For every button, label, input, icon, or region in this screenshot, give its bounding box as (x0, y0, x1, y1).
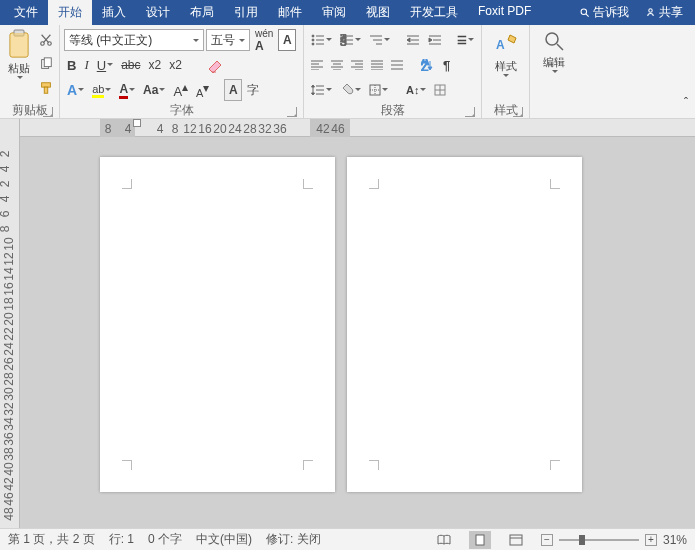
paste-button[interactable]: 粘贴 (4, 27, 34, 82)
svg-rect-5 (10, 33, 28, 57)
page-count[interactable]: 第 1 页，共 2 页 (8, 531, 95, 548)
menu-tab-9[interactable]: 开发工具 (400, 0, 468, 25)
zoom-in-button[interactable]: + (645, 534, 657, 546)
bullets-button[interactable] (308, 29, 335, 51)
asian-layout-button[interactable]: ☰ (454, 29, 477, 51)
menu-tab-6[interactable]: 邮件 (268, 0, 312, 25)
clipboard-launcher[interactable] (43, 107, 53, 117)
underline-button[interactable]: U (94, 54, 116, 76)
grow-font-button[interactable]: A▴ (170, 79, 191, 101)
svg-point-68 (546, 33, 558, 45)
tell-me[interactable]: 告诉我 (571, 0, 637, 25)
menu-tab-4[interactable]: 布局 (180, 0, 224, 25)
numbering-button[interactable]: 123 (337, 29, 364, 51)
menu-tab-2[interactable]: 插入 (92, 0, 136, 25)
svg-rect-12 (42, 83, 51, 87)
svg-text:A: A (496, 38, 505, 52)
vertical-ruler[interactable]: 2424681012141618202224262830323436384042… (0, 119, 20, 528)
svg-rect-71 (476, 535, 484, 545)
ribbon: 粘贴 剪贴板 等线 (中文正文) 五号 wénA A B I U abc x (0, 25, 695, 119)
read-mode-button[interactable] (433, 531, 455, 549)
change-case-button[interactable]: 字 (244, 79, 262, 101)
italic-button[interactable]: I (81, 54, 91, 76)
svg-point-2 (649, 9, 652, 12)
track-changes[interactable]: 修订: 关闭 (266, 531, 321, 548)
svg-point-14 (312, 35, 314, 37)
editing-button[interactable]: 编辑 (534, 27, 574, 76)
svg-point-18 (312, 43, 314, 45)
format-painter-button[interactable] (36, 77, 56, 99)
menu-tab-0[interactable]: 文件 (4, 0, 48, 25)
superscript-button[interactable]: x2 (166, 54, 185, 76)
enclose-char-button[interactable]: A (224, 79, 242, 101)
menu-tab-1[interactable]: 开始 (48, 0, 92, 25)
text-direction-button[interactable]: A↕ (403, 79, 429, 101)
font-color-button[interactable]: A (116, 79, 138, 101)
align-center-button[interactable] (328, 54, 346, 76)
clear-format-button[interactable] (203, 54, 227, 76)
menu-tab-10[interactable]: Foxit PDF (468, 0, 541, 25)
status-bar: 第 1 页，共 2 页 行: 1 0 个字 中文(中国) 修订: 关闭 − + … (0, 528, 695, 550)
page-2[interactable] (347, 157, 582, 492)
increase-indent-button[interactable] (425, 29, 445, 51)
menu-tab-5[interactable]: 引用 (224, 0, 268, 25)
subscript-button[interactable]: x2 (145, 54, 164, 76)
multilevel-button[interactable] (366, 29, 393, 51)
menu-tab-8[interactable]: 视图 (356, 0, 400, 25)
share[interactable]: 共享 (637, 0, 691, 25)
svg-rect-72 (510, 535, 522, 545)
shrink-font-button[interactable]: A▾ (193, 79, 212, 101)
collapse-ribbon-button[interactable]: ˆ (681, 92, 691, 114)
svg-text:Z: Z (421, 60, 428, 71)
copy-button[interactable] (36, 53, 56, 75)
font-size-select[interactable]: 五号 (206, 29, 250, 51)
borders-button[interactable] (366, 79, 391, 101)
menu-bar: 文件开始插入设计布局引用邮件审阅视图开发工具Foxit PDF 告诉我 共享 (0, 0, 695, 25)
font-launcher[interactable] (287, 107, 297, 117)
align-right-button[interactable] (348, 54, 366, 76)
align-justify-button[interactable] (368, 54, 386, 76)
distribute-button[interactable] (388, 54, 406, 76)
menu-tab-7[interactable]: 审阅 (312, 0, 356, 25)
strike-button[interactable]: abc (118, 54, 143, 76)
word-count[interactable]: 0 个字 (148, 531, 182, 548)
paragraph-launcher[interactable] (465, 107, 475, 117)
page-1[interactable] (100, 157, 335, 492)
svg-point-0 (581, 9, 587, 15)
font-name-select[interactable]: 等线 (中文正文) (64, 29, 204, 51)
web-layout-button[interactable] (505, 531, 527, 549)
zoom-out-button[interactable]: − (541, 534, 553, 546)
shading-button[interactable] (337, 79, 364, 101)
document-area[interactable] (20, 137, 695, 528)
indent-marker[interactable] (133, 119, 141, 127)
horizontal-ruler[interactable]: 8448121620242832364246 (20, 119, 695, 137)
menu-tab-3[interactable]: 设计 (136, 0, 180, 25)
decrease-indent-button[interactable] (403, 29, 423, 51)
text-effects-button[interactable]: A (64, 79, 87, 101)
line-spacing-button[interactable] (308, 79, 335, 101)
show-marks-button[interactable]: ¶ (440, 54, 453, 76)
language[interactable]: 中文(中国) (196, 531, 252, 548)
svg-rect-13 (44, 87, 48, 93)
styles-button[interactable]: A 样式 (486, 27, 525, 80)
align-left-button[interactable] (308, 54, 326, 76)
snap-grid-button[interactable] (431, 79, 449, 101)
workspace: L 24246810121416182022242628303234363840… (0, 119, 695, 528)
svg-line-1 (586, 14, 589, 17)
char-border-button[interactable]: A (278, 29, 296, 51)
print-layout-button[interactable] (469, 531, 491, 549)
svg-point-16 (312, 39, 314, 41)
zoom-level[interactable]: 31% (663, 533, 687, 547)
cut-button[interactable] (36, 29, 56, 51)
highlight-button[interactable]: ab (89, 79, 114, 101)
phonetic-guide-button[interactable]: wénA (252, 29, 276, 51)
zoom-slider[interactable] (559, 539, 639, 541)
svg-rect-11 (44, 58, 51, 67)
line-number[interactable]: 行: 1 (109, 531, 134, 548)
sort-button[interactable]: AZ (418, 54, 438, 76)
bold-button[interactable]: B (64, 54, 79, 76)
svg-line-69 (557, 44, 563, 50)
char-shading-button[interactable]: Aa (140, 79, 168, 101)
styles-launcher[interactable] (513, 107, 523, 117)
